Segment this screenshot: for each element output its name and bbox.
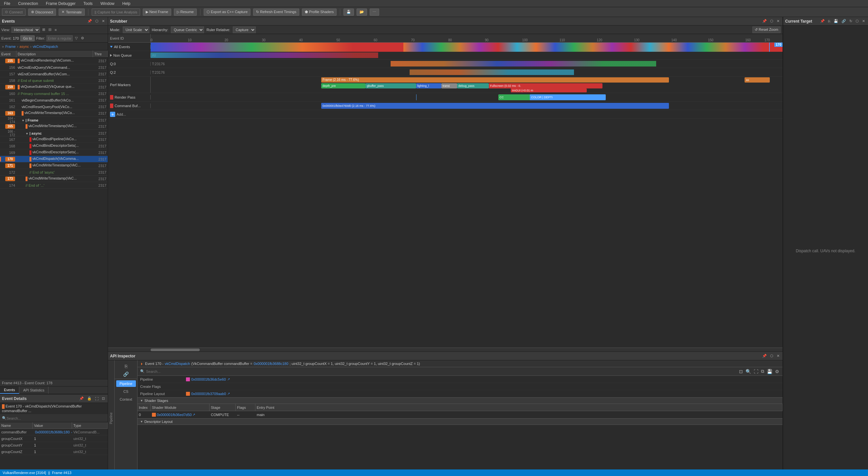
tab-pipeline[interactable]: Pipeline: [116, 380, 136, 387]
pipeline-link[interactable]: 0x000001fb36dc5e60: [191, 377, 226, 381]
filter-input[interactable]: [46, 35, 73, 41]
row-content-all-events[interactable]: 170: [151, 42, 782, 52]
event-row[interactable]: 172 // End of 'async' 2317: [0, 169, 108, 176]
more-icon-btn[interactable]: ⋯: [370, 8, 379, 16]
terminate-button[interactable]: ✕ Terminate: [59, 8, 85, 16]
event-row[interactable]: 164 - 174 ▼ | Frame 2317: [0, 117, 108, 123]
ct-save-button[interactable]: 💾: [833, 19, 839, 24]
event-row[interactable]: 173 vkCmdWriteTimestamp(VkC... 2317: [0, 176, 108, 182]
event-row[interactable]: 159 vkQueueSubmit2(VkQueue que... 2317: [0, 84, 108, 90]
value-link[interactable]: 0x000001fb3688c180: [35, 430, 70, 434]
goto-button[interactable]: Go to: [20, 35, 35, 41]
row-content-q0[interactable]: T:23176: [151, 60, 782, 68]
api-zoom-fit[interactable]: ⊡: [738, 368, 744, 375]
details-expand-button[interactable]: ⛶: [94, 396, 99, 401]
row-content-nonqueue[interactable]: All: [151, 51, 782, 59]
api-link-button[interactable]: 🔗: [116, 371, 136, 377]
event-row[interactable]: 171 vkCmdWriteTimestamp(VkC... 2317: [0, 162, 108, 169]
details-row[interactable]: groupCountX 1 uint32_t: [0, 435, 108, 442]
details-search-input[interactable]: [6, 416, 106, 420]
event-row[interactable]: 174 // End of '...' 2317: [0, 182, 108, 189]
api-zoom-custom[interactable]: ⧉: [760, 368, 765, 375]
event-row[interactable]: 163 vkCmdWriteTimestamp(VkCo... 2317: [0, 110, 108, 117]
row-content-cmdbuf[interactable]: 0x000001fb0e4760d0 (2.16 ms - 77.6%): [151, 101, 782, 110]
next-frame-button[interactable]: ▶ Next Frame: [143, 8, 171, 16]
hierarchy-select[interactable]: Queue Centric: [171, 27, 204, 33]
event-row[interactable]: 156 vkCmdEndQuery(VkCommand... 2317: [0, 64, 108, 71]
menu-frame-debugger[interactable]: Frame Debugger: [44, 1, 77, 6]
details-pin-button[interactable]: 📌: [78, 396, 85, 401]
layout-link[interactable]: 0x000001fb3709aab0: [191, 392, 226, 396]
ct-copy-button[interactable]: ⎘: [827, 19, 831, 24]
breadcrumb-frame[interactable]: Frame: [5, 44, 16, 49]
event-row[interactable]: 157 vkEndCommandBuffer(VkCom... 2317: [0, 71, 108, 77]
event-row[interactable]: 166 - 172 ▼ | async 2317: [0, 130, 108, 136]
api-float-button[interactable]: ⬡: [769, 354, 774, 358]
shader-stages-section[interactable]: ▼ Shader Stages: [137, 397, 782, 404]
api-copy-button[interactable]: ⎘: [116, 363, 136, 369]
details-row[interactable]: commandBuffer 0x000001fb3688c180 ↗ VkCom…: [0, 429, 108, 435]
api-zoom-out[interactable]: 🔍: [745, 368, 752, 375]
event-row-selected[interactable]: 170 vkCmdDispatch(VkComma... 2317: [0, 156, 108, 162]
close-button[interactable]: ✕: [101, 19, 106, 24]
event-row[interactable]: 165 vkCmdWriteTimestamp(VkC... 2317: [0, 123, 108, 130]
bookmarks-button[interactable]: ≡: [54, 28, 58, 32]
ct-link-button[interactable]: 🔗: [840, 19, 847, 24]
cmd-buf-link[interactable]: 0x000001fb3688c180: [254, 362, 288, 366]
export-button[interactable]: ⬡ Export as C++ Capture: [204, 8, 251, 16]
pin-button[interactable]: 📌: [87, 19, 93, 24]
event-row[interactable]: 169 vkCmdBindDescriptorSets(... 2317: [0, 149, 108, 156]
event-row[interactable]: 160 // Primary command buffer 15 ... 231…: [0, 90, 108, 97]
float-button[interactable]: ⬡: [94, 19, 99, 24]
shader-link[interactable]: 0x000001fb36ed7d50: [157, 413, 191, 417]
menu-connection[interactable]: Connection: [17, 1, 39, 6]
api-zoom-expand[interactable]: ⛶: [753, 368, 759, 375]
filter-icon-button[interactable]: ▽: [74, 36, 79, 41]
ruler-select[interactable]: Capture: [233, 27, 256, 33]
view-select[interactable]: Hierarchical: [11, 27, 40, 33]
scrubber-close-button[interactable]: ✕: [776, 19, 781, 24]
open-icon-btn[interactable]: 📂: [356, 8, 367, 16]
details-row[interactable]: groupCountZ 1 uint32_t: [0, 448, 108, 455]
menu-window[interactable]: Window: [99, 1, 116, 6]
menu-file[interactable]: File: [3, 1, 11, 6]
descriptor-layout-section[interactable]: ▼ Descriptor Layout: [137, 418, 782, 425]
ct-refresh-button[interactable]: ↻: [848, 19, 853, 24]
api-options[interactable]: ⚙: [774, 368, 780, 375]
save-icon-btn[interactable]: 💾: [343, 8, 354, 16]
mode-select[interactable]: Unit Scale: [123, 27, 149, 33]
event-row[interactable]: 155 vkCmdEndRendering(VkComm... 2317: [0, 58, 108, 64]
api-pin-button[interactable]: 📌: [761, 354, 768, 358]
api-search-input[interactable]: [146, 369, 737, 374]
connect-button[interactable]: ⊙ Connect: [2, 8, 26, 16]
breadcrumb-async[interactable]: async: [20, 44, 29, 49]
row-content-q2[interactable]: T:23176: [151, 68, 782, 76]
event-dispatch-link[interactable]: vkCmdDispatch: [165, 362, 190, 366]
capture-button[interactable]: || Capture for Live Analysis: [92, 8, 140, 16]
tab-api-statistics[interactable]: API Statistics: [19, 387, 49, 394]
details-row[interactable]: groupCountY 1 uint32_t: [0, 442, 108, 448]
ct-pin-button[interactable]: 📌: [819, 19, 826, 24]
scrollbar-thumb[interactable]: [151, 349, 200, 351]
event-row[interactable]: 168 vkCmdBindDescriptorSets(... 2317: [0, 143, 108, 149]
event-row[interactable]: 167 vkCmdBindPipeline(VkCo... 2317: [0, 136, 108, 143]
timeline-scrollbar[interactable]: [108, 348, 782, 352]
menu-tools[interactable]: Tools: [82, 1, 94, 6]
profile-button[interactable]: ⬟ Profile Shaders: [302, 8, 337, 16]
api-close-button[interactable]: ✕: [776, 354, 781, 358]
scrubber-float-button[interactable]: ⬡: [769, 19, 774, 24]
resume-button[interactable]: ▷ Resume: [174, 8, 197, 16]
ct-float-button[interactable]: ⬡: [855, 19, 860, 24]
api-save[interactable]: 💾: [766, 368, 773, 375]
event-row[interactable]: 161 vkBeginCommandBuffer(VkCo... 2317: [0, 97, 108, 103]
details-lock-button[interactable]: 🔒: [86, 396, 93, 401]
prop-pipeline[interactable]: Pipeline 0x000001fb36dc5e60 ↗: [137, 376, 782, 383]
refresh-button[interactable]: ↻ Refresh Event Timings: [253, 8, 299, 16]
breadcrumb-dispatch[interactable]: vkCmdDispatch: [33, 44, 58, 49]
tab-context[interactable]: Context: [116, 396, 136, 403]
menu-help[interactable]: Help: [121, 1, 132, 6]
scrubber-pin-button[interactable]: 📌: [761, 19, 768, 24]
row-content-renderpass[interactable]: CC COLOR | DEPTI: [151, 93, 782, 101]
tab-events[interactable]: Events: [0, 387, 19, 394]
event-row[interactable]: 162 vkCmdResetQueryPool(VkCo... 2317: [0, 103, 108, 110]
